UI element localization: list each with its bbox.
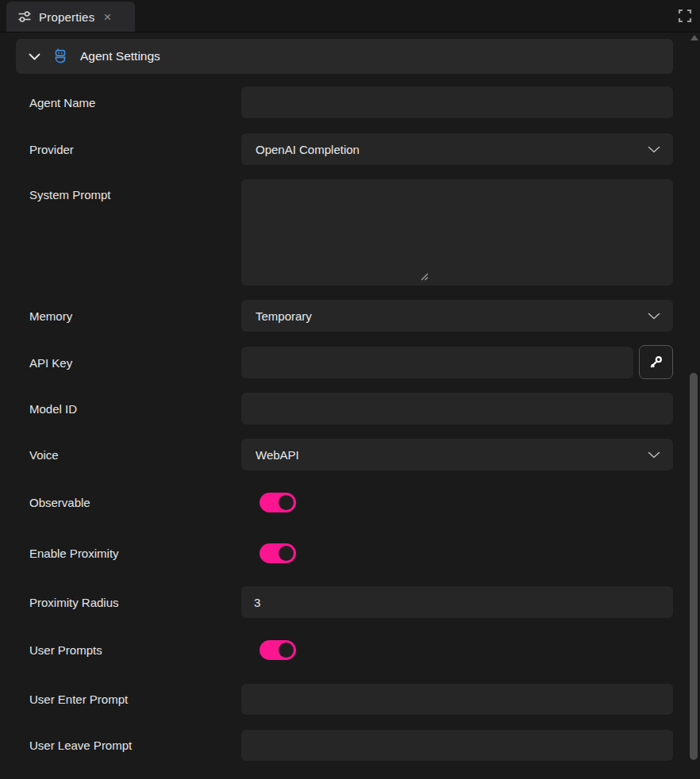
user-leave-prompt-label: User Leave Prompt [29,739,132,752]
expand-icon[interactable] [678,9,692,23]
section-title: Agent Settings [80,49,160,63]
field-row-proximity-radius: Proximity Radius [0,586,673,618]
provider-select[interactable]: OpenAI Completion [241,133,673,165]
voice-label: Voice [29,448,59,462]
memory-label: Memory [29,309,72,323]
toggle-knob [279,546,294,561]
scroll-up-arrow-icon[interactable] [690,35,698,40]
enable-proximity-label: Enable Proximity [29,547,119,560]
tab-properties[interactable]: Properties × [6,2,135,32]
chevron-down-icon [29,53,40,60]
proximity-radius-input[interactable] [241,586,673,618]
field-row-memory: Memory Temporary [0,300,673,332]
model-id-input[interactable] [241,393,673,424]
proximity-radius-label: Proximity Radius [29,596,119,609]
tab-title: Properties [39,10,94,24]
field-row-enable-proximity: Enable Proximity [0,543,673,563]
enable-proximity-toggle[interactable] [260,543,296,563]
tab-bar: Properties × [0,0,700,32]
robot-icon [52,48,69,65]
user-leave-prompt-input[interactable] [241,730,673,761]
field-row-provider: Provider OpenAI Completion [0,133,673,165]
observable-label: Observable [29,496,90,509]
memory-value: Temporary [256,309,312,323]
chevron-down-icon [648,451,660,459]
api-key-button[interactable] [639,345,673,379]
api-key-input[interactable] [241,347,633,378]
agent-name-label: Agent Name [29,96,95,109]
system-prompt-label: System Prompt [29,188,111,201]
system-prompt-textarea[interactable] [241,179,673,286]
toggle-knob [279,495,294,510]
toggle-knob [279,643,294,658]
voice-select[interactable]: WebAPI [241,439,673,470]
model-id-label: Model ID [29,402,77,416]
provider-label: Provider [29,143,74,156]
section-header-agent-settings[interactable]: Agent Settings [16,39,673,74]
properties-panel: Properties × Agent Setti [0,0,700,779]
properties-content: Agent Settings Agent Name Provider OpenA… [0,32,700,779]
field-row-user-prompts: User Prompts [0,640,673,660]
user-enter-prompt-input[interactable] [241,684,673,715]
user-enter-prompt-label: User Enter Prompt [29,693,128,706]
chevron-down-icon [648,146,660,153]
sliders-icon [17,10,32,24]
agent-name-input[interactable] [241,86,673,118]
voice-value: WebAPI [256,448,299,462]
user-prompts-toggle[interactable] [260,640,296,660]
observable-toggle[interactable] [260,493,296,512]
scrollbar-thumb[interactable] [690,373,698,760]
field-row-api-key: API Key [0,347,673,378]
field-row-system-prompt: System Prompt [0,179,673,286]
provider-value: OpenAI Completion [256,143,360,156]
api-key-label: API Key [29,356,72,370]
close-icon[interactable]: × [103,10,111,24]
user-prompts-label: User Prompts [29,643,102,657]
field-row-voice: Voice WebAPI [0,439,673,470]
memory-select[interactable]: Temporary [241,300,673,332]
field-row-user-leave-prompt: User Leave Prompt [0,730,673,761]
field-row-observable: Observable [0,493,673,512]
vertical-scrollbar [689,32,699,779]
key-icon [648,354,664,370]
field-row-user-enter-prompt: User Enter Prompt [0,684,673,715]
chevron-down-icon [648,313,660,320]
field-row-model-id: Model ID [0,393,673,424]
field-row-agent-name: Agent Name [0,86,673,118]
